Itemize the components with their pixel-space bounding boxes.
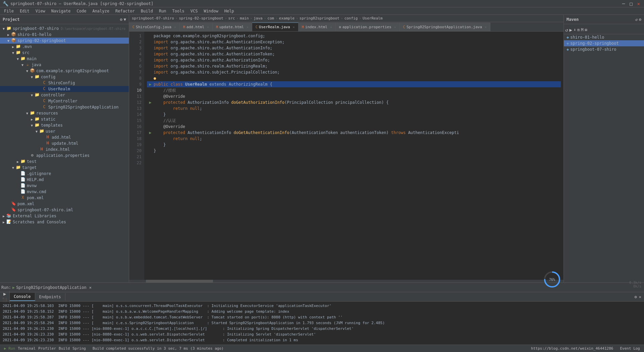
- menu-code[interactable]: Code: [74, 8, 89, 14]
- tree-item-gitignore[interactable]: ▶ 📄 .gitignore: [0, 171, 129, 177]
- menu-refactor[interactable]: Refactor: [113, 8, 138, 14]
- scrollbar-thumb[interactable]: [146, 280, 213, 282]
- code-editor[interactable]: 12345 6789 10 1112131415 1617181920 2122…: [129, 32, 564, 280]
- breadcrumb-userrealm[interactable]: UserRealm: [363, 16, 383, 20]
- menu-file[interactable]: File: [1, 8, 16, 14]
- breadcrumb-com[interactable]: com: [267, 16, 274, 20]
- tab-update-html[interactable]: H update.html ✕: [213, 23, 252, 31]
- tree-item-help-md[interactable]: ▶ 📄 HELP.md: [0, 177, 129, 183]
- maven-refresh-icon[interactable]: ↺: [635, 17, 638, 22]
- menu-window[interactable]: Window: [201, 8, 221, 14]
- breadcrumb-spring02springboot[interactable]: spring02springboot: [300, 16, 339, 20]
- breadcrumb-spring02[interactable]: spring-02-springboot: [179, 16, 223, 20]
- tree-item-pom-xml-root[interactable]: ▶ 🔖 pom.xml: [0, 201, 129, 207]
- tab-add-html[interactable]: H add.html ✕: [180, 23, 213, 31]
- maven-settings-icon[interactable]: ⚙: [639, 17, 641, 22]
- breadcrumb-src[interactable]: src: [228, 16, 235, 20]
- tree-item-add-html[interactable]: ▶ H add.html: [0, 134, 129, 140]
- tree-item-java[interactable]: ▼ ☕ java: [0, 62, 129, 68]
- bottom-tool-btn-1[interactable]: ▶: [1, 292, 8, 297]
- status-spring-tab[interactable]: Spring: [71, 346, 87, 351]
- maven-btn-1[interactable]: ↺: [565, 27, 568, 33]
- tab-close[interactable]: ✕: [174, 25, 176, 29]
- status-build-tab[interactable]: Build: [57, 346, 71, 351]
- bottom-tab-endpoints[interactable]: Endpoints: [35, 293, 65, 301]
- menu-edit[interactable]: Edit: [17, 8, 32, 14]
- tree-item-spring02app[interactable]: ▶ C Spring02SpringbootApplication: [0, 104, 129, 110]
- breadcrumb-example[interactable]: example: [279, 16, 294, 20]
- tree-item-mycontroller[interactable]: ▶ C MyController: [0, 98, 129, 104]
- maven-item-shiro01[interactable]: ◆ shiro-01-hello: [564, 34, 644, 40]
- tab-close[interactable]: ✕: [207, 25, 209, 29]
- menu-tools[interactable]: Tools: [170, 8, 187, 14]
- maven-btn-5[interactable]: M: [581, 28, 583, 32]
- tree-item-userrealm[interactable]: ▶ C UserRealm: [0, 86, 129, 92]
- maven-item-spring02[interactable]: ◆ spring-02-springboot: [564, 40, 644, 46]
- sidebar-collapse-icon[interactable]: ▼: [124, 17, 126, 22]
- tree-item-scratches-consoles[interactable]: ▶ 📝 Scratches and Consoles: [0, 219, 129, 225]
- close-button[interactable]: ✕: [636, 1, 641, 6]
- tab-close[interactable]: ✕: [394, 25, 396, 29]
- menu-run[interactable]: Run: [156, 8, 169, 14]
- tree-item-controller[interactable]: ▼ 📁 controller: [0, 92, 129, 98]
- menu-view[interactable]: View: [33, 8, 48, 14]
- tree-item-iml[interactable]: ▶ 🔖 springboot-07-shiro.iml: [0, 207, 129, 213]
- breadcrumb-java[interactable]: java: [254, 16, 263, 20]
- tree-item-static[interactable]: ▶ 📁 static: [0, 116, 129, 122]
- tree-item-mvnw-cmd[interactable]: ▶ 📄 mvnw.cmd: [0, 189, 129, 195]
- run-close-icon[interactable]: ✕: [89, 285, 92, 290]
- menu-vcs[interactable]: VCS: [188, 8, 201, 14]
- breadcrumb-springboot[interactable]: springboot-07-shiro: [132, 16, 174, 20]
- minimize-button[interactable]: ─: [621, 1, 626, 6]
- tab-close[interactable]: ✕: [247, 25, 249, 29]
- tree-item-application-properties[interactable]: ▶ ⚙ application.properties: [0, 152, 129, 159]
- tree-item-update-html[interactable]: ▶ H update.html: [0, 140, 129, 146]
- tree-item-mvn[interactable]: ▶ 📁 .mvn: [0, 44, 129, 50]
- tree-item-user[interactable]: ▼ 📁 user: [0, 128, 129, 134]
- status-event-log[interactable]: Event Log: [619, 346, 641, 351]
- maven-btn-6[interactable]: ⊞: [585, 28, 587, 32]
- tree-item-resources[interactable]: ▼ 📁 resources: [0, 110, 129, 116]
- sidebar-settings-icon[interactable]: ⚙: [120, 17, 122, 22]
- menu-help[interactable]: Help: [222, 8, 237, 14]
- tab-spring02app[interactable]: C Spring02SpringbootApplication.java ✕: [400, 23, 490, 31]
- tree-item-test[interactable]: ▶ 📁 test: [0, 159, 129, 165]
- tab-userrealm[interactable]: C UserRealm.java ✕: [252, 23, 299, 31]
- status-run-tab[interactable]: ▶ Run: [3, 346, 16, 351]
- breadcrumb-main[interactable]: main: [240, 16, 249, 20]
- tree-item-src[interactable]: ▼ 📁 src: [0, 50, 129, 56]
- tree-item-target[interactable]: ▼ 📁 target: [0, 165, 129, 171]
- code-content[interactable]: package com.example.spring02springboot.c…: [144, 32, 564, 280]
- bottom-tab-console[interactable]: Console: [10, 293, 35, 301]
- maven-btn-3[interactable]: ⬇: [574, 28, 576, 32]
- tab-index-html[interactable]: H index.html ✕: [299, 23, 336, 31]
- tree-item-spring-02-springboot[interactable]: ▼ 📦 spring-02-springboot: [0, 38, 129, 44]
- status-profiler-tab[interactable]: Profiler: [37, 346, 57, 351]
- tree-item-com-example[interactable]: ▼ 📦 com.example.spring02springboot: [0, 68, 129, 74]
- status-url[interactable]: https://blog.csdn.net/weixin_46441286: [530, 346, 614, 351]
- status-terminal-tab[interactable]: Terminal: [16, 346, 37, 351]
- tree-item-shiroconfig[interactable]: ▶ C ShiroConfig: [0, 80, 129, 86]
- tab-close[interactable]: ✕: [485, 25, 487, 29]
- menu-analyze[interactable]: Analyze: [90, 8, 112, 14]
- code-scrollbar[interactable]: [129, 280, 564, 282]
- window-controls[interactable]: ─ □ ✕: [621, 1, 641, 6]
- tab-close[interactable]: ✕: [330, 25, 332, 29]
- tab-close[interactable]: ✕: [293, 25, 295, 29]
- tree-item-index-html[interactable]: ▶ H index.html: [0, 146, 129, 152]
- tree-item-pom-xml[interactable]: ▶ X pom.xml: [0, 195, 129, 201]
- tree-item-external-libraries[interactable]: ▶ 📚 External Libraries: [0, 213, 129, 219]
- tab-application-properties[interactable]: ⚙ application.properties ✕: [336, 23, 400, 31]
- maven-btn-4[interactable]: m: [577, 28, 580, 32]
- maven-item-springboot07[interactable]: ◆ springboot-07-shiro: [564, 46, 644, 52]
- maximize-button[interactable]: □: [628, 1, 634, 6]
- bottom-settings-icon[interactable]: ⚙: [635, 295, 637, 299]
- tree-item-springboot-07-shiro[interactable]: ▼ 📁 springboot-07-shiro D:\workspace\spr…: [0, 26, 129, 32]
- bottom-close-icon[interactable]: ✕: [639, 295, 641, 299]
- tree-item-mvnw[interactable]: ▶ 📄 mvnw: [0, 183, 129, 189]
- menu-navigate[interactable]: Navigate: [49, 8, 73, 14]
- maven-btn-2[interactable]: ▶: [569, 27, 572, 33]
- tree-item-config[interactable]: ▼ 📁 config: [0, 74, 129, 80]
- tree-item-templates[interactable]: ▼ 📁 templates: [0, 122, 129, 128]
- menu-build[interactable]: Build: [138, 8, 156, 14]
